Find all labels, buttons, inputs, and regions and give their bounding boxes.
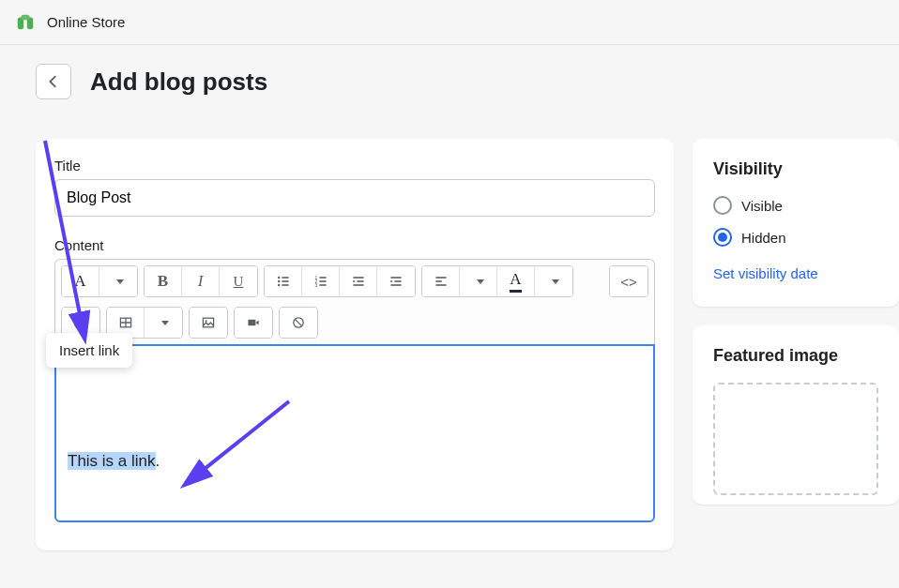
svg-rect-2: [21, 14, 29, 20]
align-dropdown-caret[interactable]: [460, 266, 497, 296]
svg-rect-4: [282, 277, 288, 279]
underline-button[interactable]: U: [220, 266, 257, 296]
visibility-option-hidden[interactable]: Hidden: [713, 228, 878, 247]
insert-image-button[interactable]: [190, 308, 227, 338]
featured-image-heading: Featured image: [713, 346, 878, 366]
svg-rect-6: [282, 280, 288, 282]
set-visibility-date-link[interactable]: Set visibility date: [713, 265, 818, 281]
svg-rect-18: [390, 277, 401, 279]
html-view-button[interactable]: <>: [610, 266, 648, 296]
bold-button[interactable]: B: [145, 266, 182, 296]
featured-image-card: Featured image: [693, 325, 899, 505]
outdent-icon: [351, 274, 366, 289]
chevron-down-icon: [477, 279, 484, 284]
outdent-button[interactable]: [340, 266, 377, 296]
insert-link-tooltip: Insert link: [46, 333, 132, 368]
content-label: Content: [54, 237, 655, 253]
visibility-hidden-label: Hidden: [741, 230, 786, 246]
text-color-dropdown-caret[interactable]: [535, 266, 572, 296]
link-icon: [73, 315, 88, 330]
svg-rect-17: [353, 284, 363, 286]
editor-toolbar: A B I U 123: [54, 259, 655, 344]
svg-rect-8: [282, 284, 288, 286]
chevron-down-icon: [116, 279, 124, 284]
title-input[interactable]: [54, 179, 655, 217]
format-dropdown-caret[interactable]: [99, 266, 137, 296]
svg-rect-22: [435, 280, 441, 282]
arrow-left-icon: [45, 73, 62, 90]
svg-point-7: [278, 284, 280, 286]
numbered-list-button[interactable]: 123: [302, 266, 340, 296]
svg-rect-14: [319, 284, 326, 286]
radio-icon: [713, 196, 732, 215]
svg-rect-29: [248, 320, 255, 325]
text-color-button[interactable]: A: [497, 266, 535, 296]
insert-table-dropdown-caret[interactable]: [145, 308, 182, 338]
image-icon: [201, 315, 216, 330]
svg-rect-27: [203, 318, 213, 327]
featured-image-dropzone[interactable]: [713, 383, 878, 495]
indent-icon: [389, 274, 404, 289]
visibility-visible-label: Visible: [741, 198, 783, 214]
clear-format-icon: [291, 315, 306, 330]
back-button[interactable]: [36, 64, 71, 99]
numbered-list-icon: 123: [313, 274, 328, 289]
indent-button[interactable]: [377, 266, 415, 296]
bullet-list-icon: [276, 274, 291, 289]
insert-video-button[interactable]: [235, 308, 272, 338]
align-button[interactable]: [422, 266, 460, 296]
page-title: Add blog posts: [90, 68, 267, 97]
video-icon: [246, 315, 261, 330]
topbar-title: Online Store: [47, 14, 125, 30]
store-logo-icon: [15, 12, 36, 33]
align-left-icon: [434, 274, 449, 289]
bullet-list-button[interactable]: [265, 266, 302, 296]
svg-rect-20: [390, 284, 401, 286]
svg-point-3: [278, 277, 280, 279]
visibility-heading: Visibility: [713, 159, 878, 179]
title-label: Title: [54, 158, 655, 173]
svg-rect-10: [319, 277, 326, 279]
svg-rect-23: [435, 284, 446, 286]
svg-rect-15: [353, 277, 363, 279]
svg-point-5: [278, 280, 280, 282]
visibility-card: Visibility Visible Hidden Set visibility…: [693, 139, 899, 307]
format-dropdown[interactable]: A: [62, 266, 99, 296]
svg-rect-16: [357, 280, 363, 282]
content-editor[interactable]: This is a link.: [54, 344, 655, 522]
chevron-down-icon: [552, 279, 559, 284]
blog-post-card: Title Content A B I U: [36, 139, 674, 550]
chevron-down-icon: [161, 321, 169, 325]
svg-rect-19: [394, 280, 401, 282]
page-header: Add blog posts: [0, 45, 899, 118]
table-icon: [118, 315, 133, 330]
svg-rect-12: [319, 280, 326, 282]
italic-button[interactable]: I: [182, 266, 220, 296]
svg-text:3: 3: [314, 283, 317, 288]
svg-rect-21: [435, 277, 446, 279]
svg-line-31: [295, 319, 301, 325]
editor-content: This is a link.: [68, 452, 160, 470]
clear-formatting-button[interactable]: [280, 308, 317, 338]
topbar: Online Store: [0, 0, 899, 45]
radio-icon-selected: [713, 228, 732, 247]
visibility-option-visible[interactable]: Visible: [713, 196, 878, 215]
